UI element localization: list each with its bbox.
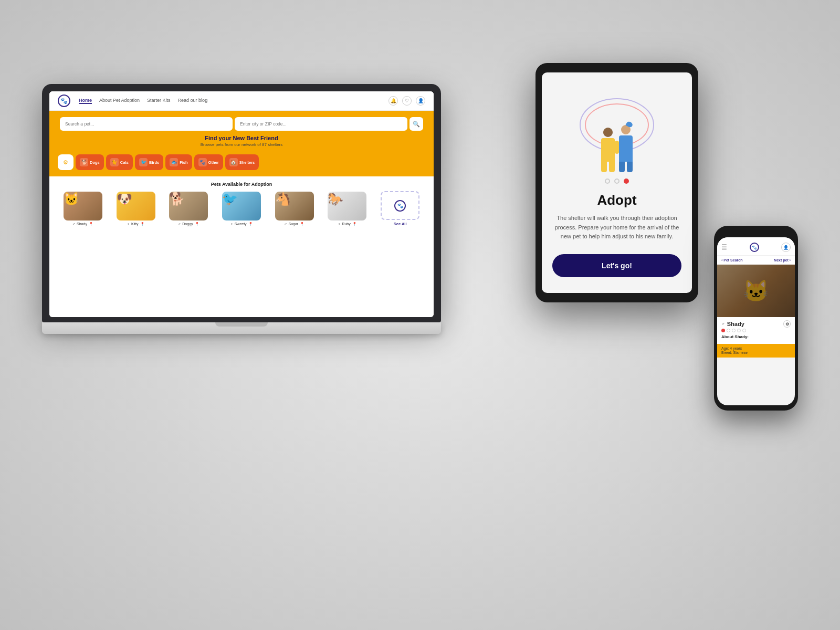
nav-home[interactable]: Home <box>79 98 92 104</box>
nav-bar: 🐾 Home About Pet Adoption Starter Kits R… <box>49 91 434 111</box>
pet-card-sugar[interactable]: 🐴 ♂ Sugar 📍 <box>269 192 320 226</box>
filter-button[interactable]: ⚙ <box>58 154 74 170</box>
pet-photo-sugar: 🐴 <box>275 192 314 220</box>
tablet-device: Adopt The shelter will walk you through … <box>536 63 698 302</box>
phone-topbar: ☰ 🐾 👤 <box>717 237 795 256</box>
pet-location-shady: 📍 <box>89 222 93 226</box>
next-pet-forward[interactable]: Next pet › <box>774 258 791 262</box>
phone-notch <box>743 231 769 235</box>
pet-photo-kitty: 🐶 <box>117 192 155 220</box>
pet-gender-kitty: ♀ <box>127 222 130 226</box>
lets-go-button[interactable]: Let's go! <box>552 254 681 277</box>
tablet-screen: Adopt The shelter will walk you through … <box>542 72 692 293</box>
category-shelters[interactable]: 🏠 Shelters <box>225 154 259 170</box>
laptop-screen-outer: 🐾 Home About Pet Adoption Starter Kits R… <box>42 84 441 322</box>
shelters-icon: 🏠 <box>229 158 238 166</box>
pet-name-kitty: ♀ Kitty 📍 <box>127 222 145 226</box>
fish-icon: 🐟 <box>170 158 178 166</box>
pets-grid: 🐱 ♂ Shady 📍 🐶 <box>58 191 425 226</box>
laptop-device: 🐾 Home About Pet Adoption Starter Kits R… <box>42 84 441 334</box>
pet-name-label-sugar: Sugar <box>289 222 299 226</box>
pets-section: Pets Available for Adoption 🐱 ♂ Shady 📍 <box>49 176 434 317</box>
phone-pet-breed: Breed: Siamese <box>721 351 791 354</box>
dot-3-active[interactable] <box>624 178 629 184</box>
rating-dot-3 <box>732 329 736 332</box>
phone-pet-name-row: ♂ Shady ⚙ <box>721 320 791 328</box>
other-icon: 🐾 <box>198 158 207 166</box>
dot-1[interactable] <box>605 178 610 184</box>
dogs-label: Dogs <box>90 160 100 165</box>
phone-user-icon[interactable]: 👤 <box>781 243 791 252</box>
hero-text: Find your New Best Friend Browse pets fr… <box>60 135 423 147</box>
phone-outer: ☰ 🐾 👤 ‹ Pet Search Next pet › 🐱 ♂ Shady <box>714 226 798 411</box>
see-all-label: See All <box>394 222 407 226</box>
pet-search-input[interactable] <box>60 117 233 131</box>
pet-gender-sugar: ♂ <box>284 222 287 226</box>
pet-name-shady: ♂ Shady 📍 <box>72 222 93 226</box>
nav-blog[interactable]: Read our blog <box>178 98 208 104</box>
tablet-illustration <box>564 88 669 172</box>
paw-icon: 🐾 <box>394 200 406 212</box>
pet-card-doggy[interactable]: 🐕 ♂ Doggy 📍 <box>163 192 214 226</box>
rating-dot-4 <box>737 329 741 332</box>
figure-1 <box>601 128 615 172</box>
birds-icon: 🐦 <box>139 158 148 166</box>
phone-about-title: About Shady: <box>721 334 791 339</box>
category-bar: ⚙ 🐕 Dogs 🐈 Cats 🐦 Birds 🐟 <box>49 154 434 176</box>
nav-logo: 🐾 <box>58 94 70 107</box>
category-fish[interactable]: 🐟 Fish <box>165 154 192 170</box>
nav-icons: 🔔 ♡ 👤 <box>388 96 425 106</box>
favorites-icon[interactable]: ♡ <box>402 96 412 106</box>
pet-card-shady[interactable]: 🐱 ♂ Shady 📍 <box>58 192 108 226</box>
dot-2[interactable] <box>614 178 620 184</box>
pet-name-sugar: ♂ Sugar 📍 <box>284 222 304 226</box>
nav-about[interactable]: About Pet Adoption <box>99 98 140 104</box>
pet-gender-doggy: ♂ <box>178 222 181 226</box>
notification-icon[interactable]: 🔔 <box>388 96 398 106</box>
laptop-notch <box>215 322 268 327</box>
search-bar: 🔍 <box>60 117 423 131</box>
phone-pet-info: ♂ Shady ⚙ About Shady: <box>717 317 795 344</box>
phone-pet-age: Age: 4 years <box>721 346 791 350</box>
category-other[interactable]: 🐾 Other <box>194 154 223 170</box>
pet-location-sweety: 📍 <box>248 222 253 226</box>
pet-card-sweety[interactable]: 🐦 ♀ Sweety 📍 <box>216 192 267 226</box>
see-all-box: 🐾 <box>381 191 419 220</box>
pet-photo-doggy: 🐕 <box>169 192 208 220</box>
birds-label: Birds <box>149 160 159 165</box>
pet-name-ruby: ♀ Ruby 📍 <box>338 222 357 226</box>
phone-device: ☰ 🐾 👤 ‹ Pet Search Next pet › 🐱 ♂ Shady <box>714 226 798 411</box>
phone-settings-icon[interactable]: ⚙ <box>783 320 791 328</box>
pet-card-ruby[interactable]: 🐎 ♀ Ruby 📍 <box>322 192 373 226</box>
pet-photo-ruby: 🐎 <box>328 192 366 220</box>
user-icon[interactable]: 👤 <box>416 96 425 106</box>
figure-2 <box>619 125 633 172</box>
pet-card-kitty[interactable]: 🐶 ♀ Kitty 📍 <box>111 192 161 226</box>
search-button[interactable]: 🔍 <box>410 117 423 131</box>
website-ui: 🐾 Home About Pet Adoption Starter Kits R… <box>49 91 434 317</box>
tablet-description: The shelter will walk you through their … <box>552 214 681 242</box>
pet-photo-shady: 🐱 <box>64 192 102 220</box>
see-all-card[interactable]: 🐾 See All <box>375 191 425 226</box>
phone-about-section: Age: 4 years Breed: Siamese <box>717 344 795 358</box>
pet-search-back[interactable]: ‹ Pet Search <box>721 258 742 262</box>
rating-dot-2 <box>727 329 730 332</box>
phone-nav-row: ‹ Pet Search Next pet › <box>717 256 795 265</box>
category-dogs[interactable]: 🐕 Dogs <box>76 154 104 170</box>
pet-location-doggy: 📍 <box>195 222 200 226</box>
hero-subtitle: Browse pets from our network of 87 shelt… <box>60 142 423 147</box>
phone-menu-icon[interactable]: ☰ <box>721 244 727 251</box>
location-search-input[interactable] <box>235 117 407 131</box>
laptop-screen-inner: 🐾 Home About Pet Adoption Starter Kits R… <box>49 91 434 317</box>
hero-section: 🔍 Find your New Best Friend Browse pets … <box>49 111 434 154</box>
shelters-label: Shelters <box>239 160 255 165</box>
pet-cat-silhouette: 🐱 <box>743 279 769 303</box>
nav-starter[interactable]: Starter Kits <box>147 98 171 104</box>
dogs-icon: 🐕 <box>80 158 88 166</box>
category-birds[interactable]: 🐦 Birds <box>135 154 163 170</box>
figure-group <box>601 125 633 172</box>
pet-name-doggy: ♂ Doggy 📍 <box>178 222 199 226</box>
category-cats[interactable]: 🐈 Cats <box>106 154 133 170</box>
pet-gender-sweety: ♀ <box>230 222 233 226</box>
pet-name-label-kitty: Kitty <box>131 222 139 226</box>
